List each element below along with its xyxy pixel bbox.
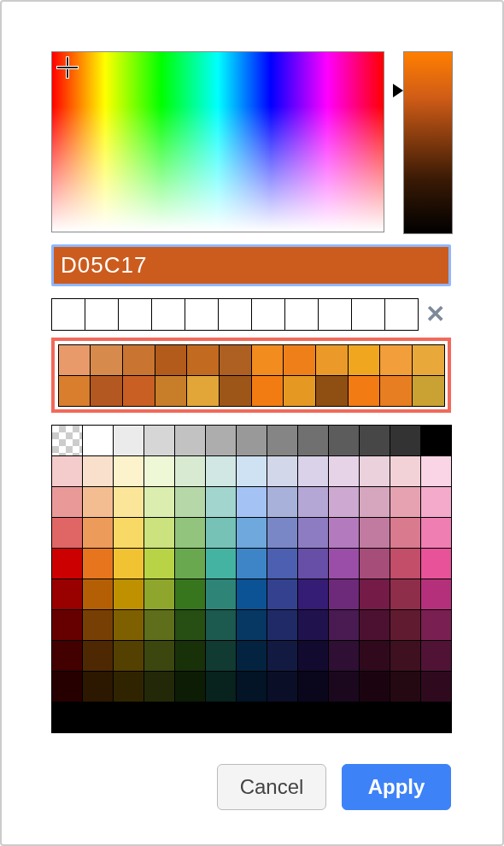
palette-swatch[interactable]: [113, 579, 144, 610]
suggested-swatch[interactable]: [348, 344, 381, 376]
palette-swatch[interactable]: [359, 548, 390, 579]
palette-swatch[interactable]: [297, 517, 329, 549]
suggested-swatch[interactable]: [186, 375, 220, 407]
palette-swatch[interactable]: [82, 609, 114, 641]
palette-swatch[interactable]: [267, 640, 298, 672]
cancel-button[interactable]: Cancel: [217, 764, 326, 810]
recent-swatch[interactable]: [152, 299, 185, 330]
palette-swatch[interactable]: [420, 640, 452, 672]
palette-swatch[interactable]: [420, 579, 452, 610]
palette-swatch[interactable]: [420, 455, 452, 487]
palette-swatch[interactable]: [359, 702, 390, 733]
palette-swatch[interactable]: [328, 640, 360, 672]
palette-swatch[interactable]: [144, 486, 175, 518]
palette-swatch[interactable]: [390, 609, 421, 641]
palette-swatch[interactable]: [205, 671, 237, 702]
recent-swatch[interactable]: [52, 299, 85, 330]
suggested-swatch[interactable]: [251, 375, 284, 407]
palette-swatch[interactable]: [82, 640, 114, 672]
palette-swatch[interactable]: [51, 425, 83, 456]
palette-swatch[interactable]: [267, 579, 298, 610]
recent-swatch[interactable]: [185, 299, 219, 330]
palette-swatch[interactable]: [359, 671, 390, 702]
palette-swatch[interactable]: [236, 671, 267, 702]
palette-swatch[interactable]: [144, 702, 175, 733]
apply-button[interactable]: Apply: [342, 764, 451, 810]
suggested-swatch[interactable]: [90, 344, 123, 376]
palette-swatch[interactable]: [328, 517, 360, 549]
recent-swatch[interactable]: [352, 299, 385, 330]
suggested-swatch[interactable]: [186, 344, 220, 376]
palette-swatch[interactable]: [113, 702, 144, 733]
palette-swatch[interactable]: [390, 640, 421, 672]
palette-swatch[interactable]: [420, 671, 452, 702]
palette-swatch[interactable]: [267, 702, 298, 733]
palette-swatch[interactable]: [82, 702, 114, 733]
suggested-swatch[interactable]: [315, 344, 349, 376]
suggested-swatch[interactable]: [122, 375, 155, 407]
suggested-swatch[interactable]: [379, 375, 413, 407]
recent-swatch[interactable]: [285, 299, 319, 330]
suggested-swatch[interactable]: [155, 344, 188, 376]
spectrum-canvas[interactable]: [51, 51, 384, 232]
suggested-swatch[interactable]: [219, 375, 252, 407]
palette-swatch[interactable]: [51, 548, 83, 579]
hex-input[interactable]: [54, 247, 448, 284]
palette-swatch[interactable]: [144, 455, 175, 487]
palette-swatch[interactable]: [113, 640, 144, 672]
palette-swatch[interactable]: [236, 609, 267, 641]
palette-swatch[interactable]: [82, 548, 114, 579]
palette-swatch[interactable]: [205, 517, 237, 549]
palette-swatch[interactable]: [267, 517, 298, 549]
palette-swatch[interactable]: [297, 548, 329, 579]
recent-swatch[interactable]: [385, 299, 418, 330]
palette-swatch[interactable]: [420, 609, 452, 641]
palette-swatch[interactable]: [113, 425, 144, 456]
palette-swatch[interactable]: [236, 548, 267, 579]
recent-swatch[interactable]: [319, 299, 352, 330]
suggested-swatch[interactable]: [348, 375, 381, 407]
palette-swatch[interactable]: [144, 579, 175, 610]
palette-swatch[interactable]: [328, 671, 360, 702]
palette-swatch[interactable]: [205, 425, 237, 456]
palette-swatch[interactable]: [359, 517, 390, 549]
palette-swatch[interactable]: [205, 702, 237, 733]
palette-swatch[interactable]: [205, 455, 237, 487]
palette-swatch[interactable]: [297, 609, 329, 641]
suggested-swatch[interactable]: [155, 375, 188, 407]
palette-swatch[interactable]: [174, 486, 206, 518]
palette-swatch[interactable]: [174, 517, 206, 549]
palette-swatch[interactable]: [328, 425, 360, 456]
palette-swatch[interactable]: [51, 579, 83, 610]
palette-swatch[interactable]: [174, 579, 206, 610]
palette-swatch[interactable]: [205, 640, 237, 672]
palette-swatch[interactable]: [390, 548, 421, 579]
palette-swatch[interactable]: [174, 455, 206, 487]
brightness-slider[interactable]: [403, 51, 453, 234]
recent-swatch[interactable]: [85, 299, 119, 330]
palette-swatch[interactable]: [297, 640, 329, 672]
palette-swatch[interactable]: [328, 702, 360, 733]
palette-swatch[interactable]: [420, 548, 452, 579]
palette-swatch[interactable]: [236, 702, 267, 733]
palette-swatch[interactable]: [51, 455, 83, 487]
palette-swatch[interactable]: [390, 455, 421, 487]
palette-swatch[interactable]: [144, 640, 175, 672]
suggested-swatch[interactable]: [219, 344, 252, 376]
palette-swatch[interactable]: [267, 455, 298, 487]
suggested-swatch[interactable]: [412, 375, 445, 407]
palette-swatch[interactable]: [420, 425, 452, 456]
recent-swatch[interactable]: [119, 299, 152, 330]
palette-swatch[interactable]: [390, 671, 421, 702]
suggested-swatch[interactable]: [58, 344, 91, 376]
palette-swatch[interactable]: [236, 579, 267, 610]
palette-swatch[interactable]: [328, 609, 360, 641]
palette-swatch[interactable]: [205, 579, 237, 610]
palette-swatch[interactable]: [267, 548, 298, 579]
palette-swatch[interactable]: [297, 702, 329, 733]
palette-swatch[interactable]: [82, 517, 114, 549]
palette-swatch[interactable]: [174, 548, 206, 579]
palette-swatch[interactable]: [267, 671, 298, 702]
palette-swatch[interactable]: [205, 609, 237, 641]
palette-swatch[interactable]: [51, 671, 83, 702]
